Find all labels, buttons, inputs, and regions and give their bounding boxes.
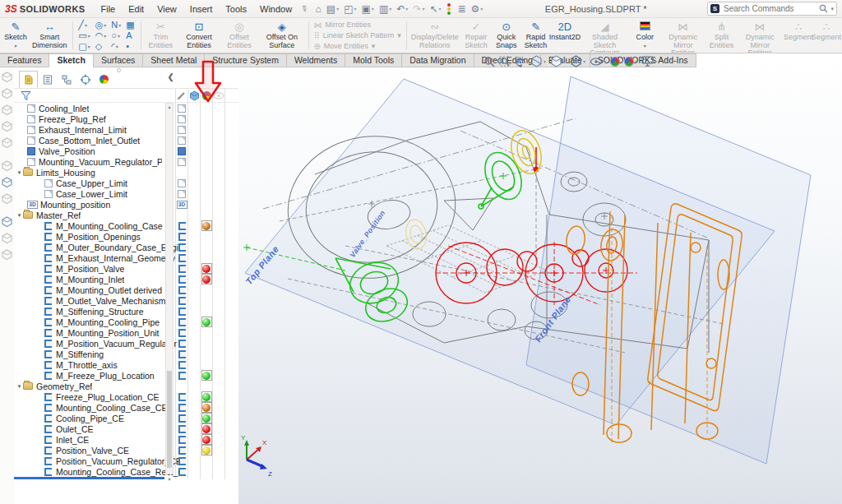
tree-scrollbar[interactable]: ▴ xyxy=(165,103,173,474)
tree-item-inlet-ce[interactable]: Inlet_CE xyxy=(14,434,238,445)
select-filter-pencil-icon[interactable] xyxy=(176,90,187,101)
tree-item-position-valve-ce[interactable]: Position_Valve_CE xyxy=(14,445,238,455)
display-pane-visibility-cell[interactable] xyxy=(176,370,187,381)
spline-tool[interactable]: N▾ xyxy=(109,20,123,30)
tab-weldments[interactable]: Weldments xyxy=(286,53,345,67)
sketch-dropdown-icon[interactable]: ▾ xyxy=(14,43,16,51)
select-button[interactable]: ↖▾ xyxy=(428,2,442,16)
tree-item-m-mounting-position-unit[interactable]: M_Mounting_Position_Unit xyxy=(14,327,238,338)
left-toolbar-button-3[interactable] xyxy=(2,104,13,115)
tab-configuration-manager[interactable] xyxy=(57,71,76,88)
display-pane-visibility-cell[interactable] xyxy=(176,146,187,156)
smart-dimension-button[interactable]: ↔Smart Dimension▾ xyxy=(30,19,70,52)
polygon-tool[interactable]: ◇ xyxy=(94,41,109,52)
tree-item-freeze-plug-ref[interactable]: Freeze_Plug_Ref xyxy=(14,113,238,124)
tree-item-master-ref[interactable]: ▾Master_Ref xyxy=(14,210,238,220)
tree-item-case-upper-limit[interactable]: Case_Upper_Limit xyxy=(14,178,238,188)
tree-item-m-outlet-valve-mechanism[interactable]: M_Outlet_Valve_Mechanism xyxy=(14,295,238,306)
hide-show-items-dropdown-icon[interactable]: ▾ xyxy=(604,58,606,64)
display-pane-visibility-cell[interactable] xyxy=(176,327,187,338)
display-pane-appearance-cell[interactable] xyxy=(201,434,212,445)
display-pane-appearance-cell[interactable] xyxy=(201,391,212,402)
tree-item-m-position-openings[interactable]: M_Position_Openings xyxy=(14,231,238,242)
display-delete-relations-button[interactable]: ∾Display/Delete Relations▾ xyxy=(409,19,460,52)
tree-item-m-mounting-cooling-pipe[interactable]: M_Mounting_Cooling_Pipe xyxy=(14,317,238,327)
left-toolbar-button-2[interactable] xyxy=(2,87,13,99)
slot-tool[interactable]: ▢▾ xyxy=(76,41,91,52)
tree-item-m-exhaust-internal-geometry[interactable]: M_Exhaust_Internal_Geometry xyxy=(14,252,238,263)
file-properties-button[interactable]: ≣ xyxy=(456,2,467,16)
previous-view-button[interactable] xyxy=(515,56,526,67)
sketch-button[interactable]: ✎Sketch▾ xyxy=(2,19,30,52)
left-toolbar-button-9[interactable] xyxy=(2,215,13,227)
apply-scene-button[interactable]: ▾ xyxy=(624,57,637,67)
redo-button[interactable]: ↷▾ xyxy=(411,2,426,16)
hide-show-items-button[interactable]: ▾ xyxy=(590,56,606,67)
display-pane-visibility-cell[interactable] xyxy=(176,402,187,413)
panel-splitter-handle[interactable] xyxy=(117,68,121,72)
tab-sheet-metal[interactable]: Sheet Metal xyxy=(142,53,205,67)
display-pane-appearance-cell[interactable] xyxy=(201,370,212,381)
display-pane-visibility-cell[interactable] xyxy=(176,188,187,199)
text-tool[interactable]: A xyxy=(124,30,136,41)
edit-appearance-button[interactable] xyxy=(610,57,620,67)
left-toolbar-button-11[interactable] xyxy=(2,248,13,260)
left-toolbar-button-7[interactable] xyxy=(2,176,13,187)
zoom-to-fit-button[interactable] xyxy=(483,56,495,67)
left-toolbar-button-4[interactable] xyxy=(2,120,13,132)
display-pane-visibility-cell[interactable] xyxy=(176,124,187,135)
view-settings-dropdown-icon[interactable]: ▾ xyxy=(655,58,657,64)
display-pane-visibility-cell[interactable] xyxy=(176,413,187,423)
circle-tool[interactable]: ◎▾ xyxy=(94,20,109,30)
tree-item-mounting-vacuum-regulator-position[interactable]: Mounting_Vacuum_Regulator_Position xyxy=(14,156,238,167)
display-pane-appearance-cell[interactable] xyxy=(201,445,212,455)
display-pane-visibility-cell[interactable] xyxy=(176,445,187,455)
menu-file[interactable]: File xyxy=(94,4,122,14)
left-toolbar-button-10[interactable] xyxy=(2,232,13,243)
display-pane-visibility-cell[interactable] xyxy=(176,113,187,124)
tab-surfaces[interactable]: Surfaces xyxy=(93,53,143,67)
display-pane-appearance-cell[interactable] xyxy=(201,413,212,423)
graphics-viewport[interactable]: Top Plane Front Plane Valve_Position Y X… xyxy=(238,53,842,504)
options-gear-dropdown-icon[interactable]: ▾ xyxy=(480,6,483,12)
fillet-tool[interactable]: ◜▾ xyxy=(109,41,123,52)
display-pane-visibility-cell[interactable] xyxy=(176,391,187,402)
display-pane-visibility-cell[interactable] xyxy=(176,306,187,317)
tab-structure-system[interactable]: Structure System xyxy=(204,53,287,67)
display-pane-appearance-cell[interactable] xyxy=(201,263,212,274)
display-pane-visibility-cell[interactable] xyxy=(176,274,187,284)
tab-mold-tools[interactable]: Mold Tools xyxy=(345,53,402,67)
display-pane-visibility-cell[interactable] xyxy=(176,284,187,295)
display-pane-visibility-cell[interactable] xyxy=(176,156,187,167)
display-pane-appearance-cell[interactable] xyxy=(201,274,212,284)
tree-item-position-vacuum-regulator-ce[interactable]: Position_Vacuum_Regulator_CE xyxy=(14,455,238,466)
offset-entities-button[interactable]: ◎Offset Entities xyxy=(220,19,258,52)
collapse-panel-icon[interactable]: ❮ xyxy=(168,72,174,81)
left-toolbar-button-1[interactable] xyxy=(2,71,13,82)
expand-arrow-icon[interactable]: ▾ xyxy=(16,383,23,390)
menu-tools[interactable]: Tools xyxy=(219,4,253,14)
tree-item-freeze-plug-location-ce[interactable]: Freeze_Plug_Location_CE xyxy=(14,391,238,402)
split-entities-button[interactable]: ⋔Split Entities xyxy=(707,19,735,52)
tree-item-m-outer-boundary-case-engine-location[interactable]: M_Outer_Boundary_Case_Engine_Location xyxy=(14,242,238,252)
tree-item-m-mounting-inlet[interactable]: M_Mounting_Inlet xyxy=(14,274,238,284)
sketch-picture-tool[interactable]: ▦ xyxy=(124,20,136,30)
search-input[interactable] xyxy=(722,3,817,14)
display-delete-relations-dropdown-icon[interactable]: ▾ xyxy=(433,50,436,53)
tree-item-m-mounting-cooling-case[interactable]: M_Mounting_Cooling_Case xyxy=(14,220,238,231)
display-pane-appearance-cell[interactable] xyxy=(201,220,212,231)
print-dropdown-icon[interactable]: ▾ xyxy=(389,6,391,12)
display-pane-visibility-cell[interactable] xyxy=(176,242,187,252)
tab-data-migration[interactable]: Data Migration xyxy=(401,53,474,67)
move-entities-button[interactable]: ⊕Move Entities▾ xyxy=(313,41,400,51)
display-pane-visibility-cell[interactable] xyxy=(176,338,187,349)
appearance-sphere-icon[interactable] xyxy=(201,90,212,101)
tree-item-m-freeze-plug-location[interactable]: M_Freeze_Plug_Location xyxy=(14,370,238,381)
display-pane-visibility-cell[interactable] xyxy=(176,349,187,359)
move-entities-dropdown-icon[interactable]: ▾ xyxy=(372,42,376,50)
tab-dimxpert-manager[interactable] xyxy=(76,71,95,88)
display-pane-visibility-cell[interactable] xyxy=(176,295,187,306)
display-style-button[interactable]: ▾ xyxy=(570,55,585,67)
linear-sketch-pattern-button[interactable]: ⠿Linear Sketch Pattern▾ xyxy=(313,30,400,40)
tree-item-mounting-cooling-case-rect-channel-ce[interactable]: Mounting_Cooling_Case_Rect_Channel_CE xyxy=(14,466,238,477)
